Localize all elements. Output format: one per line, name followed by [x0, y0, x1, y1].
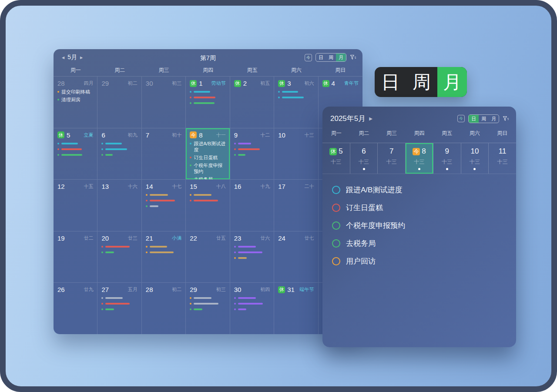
event-bar[interactable] [146, 246, 181, 248]
panel-day-cell[interactable]: 6十三 [350, 143, 378, 174]
event-bar[interactable] [101, 154, 137, 156]
task-status-circle[interactable] [332, 221, 340, 230]
event-item[interactable]: 跟进A/B测试进度 [190, 141, 225, 153]
event-bar[interactable] [101, 297, 137, 299]
task-item[interactable]: 去税务局 [332, 235, 507, 252]
event-bar[interactable] [57, 148, 93, 150]
event-bar[interactable] [278, 91, 314, 93]
day-cell[interactable]: 13十六 [97, 179, 141, 231]
event-item[interactable]: 去税务局 [190, 176, 225, 180]
day-cell[interactable]: 今8十一跟进A/B测试进度订生日蛋糕个税年度申报预约去税务局 [186, 128, 230, 180]
task-item[interactable]: 个税年度申报预约 [332, 217, 507, 235]
day-cell[interactable]: 16十九 [230, 179, 274, 231]
event-bar[interactable] [190, 297, 225, 299]
day-cell[interactable]: 28四月提交印刷终稿清理厨房 [54, 76, 97, 128]
event-bar[interactable] [101, 148, 137, 150]
filter-icon[interactable] [503, 116, 509, 122]
event-bar[interactable] [234, 154, 270, 156]
event-bar[interactable] [190, 102, 225, 104]
event-bar[interactable] [190, 303, 225, 305]
event-item[interactable]: 提交印刷终稿 [57, 89, 93, 95]
day-cell[interactable]: 20廿三 [97, 231, 141, 283]
day-cell[interactable]: 23廿六 [230, 231, 274, 283]
event-bar[interactable] [146, 251, 181, 253]
event-bar[interactable] [101, 308, 137, 310]
task-item[interactable]: 跟进A/B测试进度 [332, 181, 507, 199]
day-cell[interactable]: 24廿七 [274, 231, 318, 283]
event-bar[interactable] [146, 194, 181, 196]
today-button[interactable]: 今 [305, 54, 312, 61]
callout-option-day[interactable]: 日 [375, 67, 406, 97]
next-arrow-icon[interactable]: ▶ [369, 116, 372, 121]
prev-month-arrow-icon[interactable]: ◀ [62, 56, 64, 60]
day-cell[interactable]: 12十五 [54, 179, 97, 231]
day-cell[interactable]: 30初三 [142, 76, 186, 128]
day-cell[interactable]: 29初二 [97, 76, 141, 128]
event-bar[interactable] [101, 303, 137, 305]
task-status-circle[interactable] [332, 186, 340, 194]
event-bar[interactable] [190, 200, 225, 201]
event-bar[interactable] [234, 297, 270, 299]
event-bar[interactable] [146, 205, 181, 207]
task-status-circle[interactable] [332, 239, 340, 248]
day-cell[interactable]: 休2初五 [230, 76, 274, 128]
day-cell[interactable]: 30初四 [230, 282, 274, 334]
day-cell[interactable]: 21小满 [142, 231, 186, 283]
view-option-day[interactable]: 日 [316, 54, 326, 61]
event-bar[interactable] [234, 251, 270, 253]
event-bar[interactable] [101, 251, 137, 253]
panel-day-cell[interactable]: 10十三 [461, 143, 489, 174]
day-cell[interactable]: 28初二 [142, 282, 186, 334]
event-bar[interactable] [234, 148, 270, 150]
panel-day-cell[interactable]: 休5十三 [322, 143, 350, 174]
event-bar[interactable] [101, 143, 137, 144]
task-status-circle[interactable] [332, 204, 340, 212]
event-bar[interactable] [234, 257, 270, 259]
panel-day-cell[interactable]: 9十三 [433, 143, 461, 174]
view-option-week[interactable]: 周 [326, 54, 336, 61]
event-item[interactable]: 订生日蛋糕 [190, 154, 225, 161]
task-item[interactable]: 用户回访 [332, 252, 507, 270]
task-status-circle[interactable] [332, 257, 340, 265]
event-item[interactable]: 清理厨房 [57, 97, 93, 103]
day-cell[interactable]: 10十三 [274, 128, 318, 180]
day-cell[interactable]: 休3初六 [274, 76, 318, 128]
day-cell[interactable]: 15十八 [186, 179, 230, 231]
callout-option-month[interactable]: 月 [437, 67, 467, 97]
event-bar[interactable] [234, 308, 270, 310]
day-cell[interactable]: 休5立夏 [54, 128, 97, 180]
day-cell[interactable]: 19廿二 [54, 231, 97, 283]
event-bar[interactable] [234, 143, 270, 144]
event-bar[interactable] [234, 246, 270, 248]
callout-option-week[interactable]: 周 [406, 67, 437, 97]
day-cell[interactable]: 休1劳动节 [186, 76, 230, 128]
day-cell[interactable]: 14十七 [142, 179, 186, 231]
event-bar[interactable] [57, 143, 93, 144]
day-cell[interactable]: 休31端午节 [274, 282, 318, 334]
panel-day-cell[interactable]: 7十三 [378, 143, 406, 174]
view-option-week[interactable]: 周 [479, 115, 489, 123]
view-option-month[interactable]: 月 [336, 54, 346, 61]
event-bar[interactable] [146, 200, 181, 201]
day-cell[interactable]: 9十二 [230, 128, 274, 180]
day-cell[interactable]: 26廿九 [54, 282, 97, 334]
view-option-month[interactable]: 月 [489, 115, 499, 123]
event-bar[interactable] [190, 308, 225, 310]
event-bar[interactable] [278, 97, 314, 98]
event-bar[interactable] [101, 246, 137, 248]
next-month-arrow-icon[interactable]: ▶ [80, 56, 83, 60]
panel-day-cell[interactable]: 11十三 [489, 143, 516, 174]
panel-day-cell[interactable]: 今8十三 [406, 143, 433, 174]
event-bar[interactable] [57, 154, 93, 156]
day-cell[interactable]: 7初十 [142, 128, 186, 180]
day-cell[interactable]: 29初三 [186, 282, 230, 334]
day-cell[interactable]: 22廿五 [186, 231, 230, 283]
task-item[interactable]: 订生日蛋糕 [332, 199, 507, 217]
filter-icon[interactable] [350, 54, 356, 60]
day-cell[interactable]: 27五月 [97, 282, 141, 334]
event-bar[interactable] [190, 91, 225, 93]
today-button[interactable]: 今 [457, 115, 465, 122]
view-option-day[interactable]: 日 [469, 115, 479, 123]
event-bar[interactable] [234, 303, 270, 305]
event-item[interactable]: 个税年度申报预约 [190, 162, 225, 174]
